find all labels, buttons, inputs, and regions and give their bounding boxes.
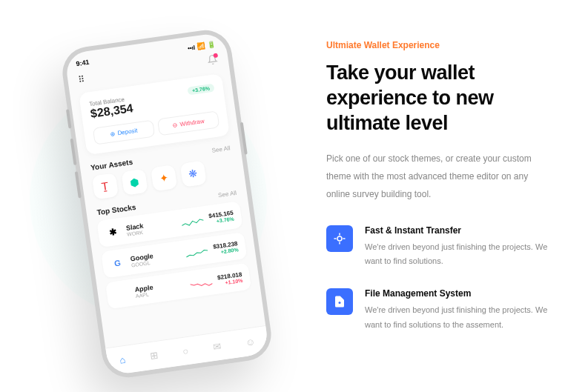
sparkline	[181, 215, 204, 227]
asset-item[interactable]: ❋	[180, 160, 207, 187]
withdraw-icon: ⊖	[172, 121, 178, 128]
google-icon: G	[109, 254, 126, 271]
asset-neo[interactable]: ⬢	[121, 168, 148, 195]
see-all-link[interactable]: See All	[211, 144, 231, 153]
nav-profile-icon[interactable]: ☺	[245, 336, 256, 348]
feature-title: Fast & Instant Transfer	[365, 225, 551, 236]
feature-item: Fast & Instant Transfer We're driven bey…	[326, 225, 551, 270]
notification-icon[interactable]	[207, 53, 219, 67]
deposit-icon: ⊕	[110, 130, 116, 137]
headline: Take your wallet experience to new ultim…	[326, 61, 551, 136]
nav-mail-icon[interactable]: ✉	[212, 340, 222, 352]
file-icon	[326, 288, 353, 315]
assets-title: Your Assets	[90, 157, 133, 171]
nav-search-icon[interactable]: ○	[182, 345, 189, 356]
feature-title: File Management System	[365, 288, 551, 299]
feature-desc: We're driven beyond just finishing the p…	[365, 240, 551, 270]
svg-point-1	[339, 302, 341, 304]
deposit-button[interactable]: ⊕ Deposit	[93, 119, 155, 144]
subhead: Pick one of our stock themes, or create …	[326, 150, 551, 203]
svg-point-0	[337, 236, 342, 241]
slack-icon: ✱	[105, 224, 122, 241]
nav-home-icon[interactable]: ⌂	[119, 353, 126, 365]
balance-change-badge: +3.76%	[187, 83, 214, 95]
nav-grid-icon[interactable]: ⊞	[149, 349, 159, 361]
phone-frame: 9:41 ••ıl📶🔋 ⠿ Total Balance $28	[59, 27, 274, 381]
time: 9:41	[76, 58, 90, 67]
content-section: Ultmiate Wallet Experience Take your wal…	[282, 40, 551, 351]
eyebrow-text: Ultmiate Wallet Experience	[326, 40, 551, 50]
status-icons: ••ıl📶🔋	[187, 40, 216, 51]
bottom-nav: ⌂ ⊞ ○ ✉ ☺	[105, 325, 269, 376]
feature-item: File Management System We're driven beyo…	[326, 288, 551, 333]
phone-mockup: 9:41 ••ıl📶🔋 ⠿ Total Balance $28	[37, 30, 282, 363]
menu-icon[interactable]: ⠿	[78, 73, 86, 84]
sparkline	[189, 276, 212, 288]
feature-desc: We're driven beyond just finishing the p…	[365, 303, 551, 333]
asset-item[interactable]: ✦	[151, 165, 177, 191]
see-all-link[interactable]: See All	[218, 189, 237, 198]
withdraw-button[interactable]: ⊖ Withdraw	[157, 110, 219, 136]
sparkline	[185, 246, 208, 258]
transfer-icon	[326, 225, 353, 252]
asset-tesla[interactable]: Ṯ	[92, 173, 119, 199]
apple-icon	[113, 285, 131, 302]
